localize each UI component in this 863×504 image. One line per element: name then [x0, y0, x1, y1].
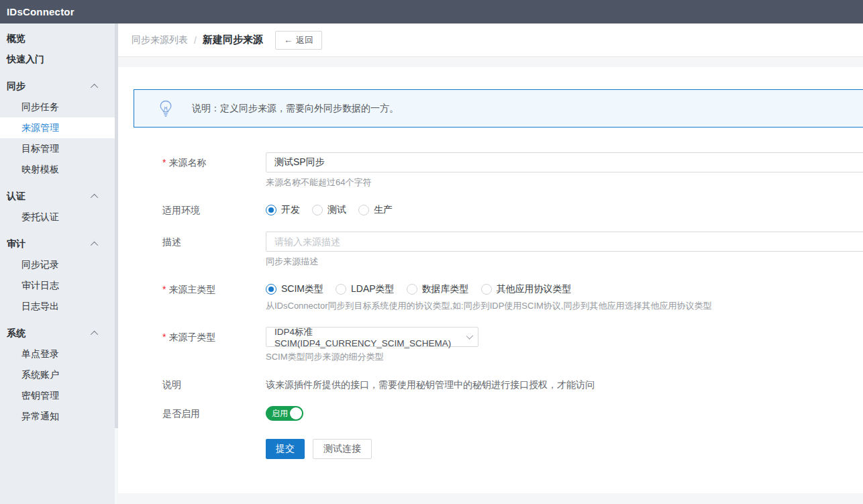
sidebar-item-source-management[interactable]: 来源管理 [0, 117, 118, 138]
form-row-sub-type: *来源子类型 IDP4标准SCIM(IDP4_CURRENCY_SCIM_SCH… [132, 327, 863, 363]
radio-selected-icon [266, 205, 276, 215]
radio-unselected-icon [312, 205, 323, 215]
toggle-knob [290, 407, 302, 419]
form-row-source-name: *来源名称 来源名称不能超过64个字符 [132, 152, 863, 189]
environment-radio-group: 开发 测试 生产 [266, 203, 863, 217]
form-row-enabled: 是否启用 启用 [132, 406, 863, 421]
breadcrumb-separator: / [194, 35, 197, 46]
form-row-actions: 提交 测试连接 [132, 438, 863, 459]
sidebar-group-system[interactable]: 系统 [0, 323, 118, 344]
source-name-label: *来源名称 [132, 152, 266, 172]
sidebar-item-key-management[interactable]: 密钥管理 [0, 385, 118, 406]
radio-env-prod[interactable]: 生产 [358, 204, 393, 216]
radio-unselected-icon [481, 284, 492, 295]
sidebar-group-sync[interactable]: 同步 [0, 76, 118, 97]
main-type-radio-group: SCIM类型 LDAP类型 数据库类型 [266, 283, 863, 296]
description-help: 同步来源描述 [266, 256, 863, 268]
sidebar-item-sync-tasks[interactable]: 同步任务 [0, 97, 118, 117]
sidebar-item-overview[interactable]: 概览 [0, 28, 118, 49]
sidebar-item-sync-records[interactable]: 同步记录 [0, 254, 118, 275]
enabled-toggle[interactable]: 启用 [266, 406, 303, 421]
app-window: IDsConnector 概览 快速入门 同步 同步任务 来源管理 目标管理 映… [0, 0, 863, 504]
sidebar-item-exception-notify[interactable]: 异常通知 [0, 406, 118, 427]
chevron-up-icon [91, 193, 98, 201]
note-text: 该来源插件所提供的接口，需要使用秘钥管理中的秘钥进行接口授权，才能访问 [266, 378, 863, 391]
radio-env-test[interactable]: 测试 [312, 204, 346, 216]
content-top-spacer [118, 57, 863, 67]
banner-text: 说明：定义同步来源，需要向外同步数据的一方。 [192, 103, 399, 115]
sidebar-group-audit[interactable]: 审计 [0, 234, 118, 254]
chevron-down-icon [466, 332, 473, 340]
top-bar: IDsConnector [0, 0, 863, 23]
submit-button[interactable]: 提交 [266, 439, 305, 459]
radio-selected-icon [266, 284, 276, 295]
sidebar-item-system-accounts[interactable]: 系统账户 [0, 364, 118, 385]
enabled-label: 是否启用 [132, 406, 266, 421]
new-source-form: *来源名称 来源名称不能超过64个字符 适用环境 [118, 152, 863, 459]
breadcrumb: 同步来源列表 / 新建同步来源 ← 返回 [118, 23, 863, 57]
back-arrow-icon: ← [284, 35, 293, 45]
chevron-up-icon [91, 241, 98, 248]
main-type-label: *来源主类型 [132, 283, 266, 296]
main-type-help: 从IDsConnector同步到目标系统使用的协议类型,如:同步到IDP使用SC… [266, 300, 863, 312]
required-asterisk: * [162, 157, 166, 168]
radio-type-other[interactable]: 其他应用协议类型 [481, 283, 572, 295]
radio-type-ldap[interactable]: LDAP类型 [336, 283, 395, 295]
source-name-help: 来源名称不能超过64个字符 [266, 177, 863, 189]
description-input[interactable] [266, 232, 863, 252]
breadcrumb-parent-link[interactable]: 同步来源列表 [132, 34, 188, 46]
radio-env-dev[interactable]: 开发 [266, 204, 300, 216]
note-label: 说明 [132, 378, 266, 391]
environment-label: 适用环境 [132, 203, 266, 217]
source-name-input[interactable] [266, 152, 863, 172]
main-area: 同步来源列表 / 新建同步来源 ← 返回 说明：定义同步来源，需要 [118, 23, 863, 504]
form-row-environment: 适用环境 开发 测试 [132, 203, 863, 217]
sidebar-item-quickstart[interactable]: 快速入门 [0, 49, 118, 70]
radio-type-database[interactable]: 数据库类型 [407, 283, 469, 295]
lightbulb-icon [158, 99, 173, 117]
sidebar-group-auth[interactable]: 认证 [0, 186, 118, 207]
chevron-up-icon [91, 83, 98, 91]
form-row-main-type: *来源主类型 SCIM类型 LDAP类型 [132, 283, 863, 312]
test-connection-button[interactable]: 测试连接 [313, 439, 372, 459]
sidebar-item-target-management[interactable]: 目标管理 [0, 138, 118, 159]
radio-unselected-icon [358, 205, 369, 215]
radio-unselected-icon [407, 284, 417, 295]
form-row-description: 描述 同步来源描述 [132, 232, 863, 268]
app-logo: IDsConnector [7, 6, 74, 17]
sub-type-selected-value: IDP4标准SCIM(IDP4_CURRENCY_SCIM_SCHEMA) [274, 326, 466, 348]
radio-type-scim[interactable]: SCIM类型 [266, 283, 323, 295]
sidebar-item-sso[interactable]: 单点登录 [0, 344, 118, 364]
radio-unselected-icon [336, 284, 346, 295]
back-button[interactable]: ← 返回 [275, 31, 322, 50]
sidebar: 概览 快速入门 同步 同步任务 来源管理 目标管理 映射模板 认证 委托认证 审… [0, 23, 118, 504]
sidebar-item-audit-logs[interactable]: 审计日志 [0, 275, 118, 296]
content-bottom-spacer [118, 493, 863, 504]
sidebar-item-mapping-templates[interactable]: 映射模板 [0, 159, 118, 180]
sidebar-item-delegated-auth[interactable]: 委托认证 [0, 207, 118, 228]
sub-type-help: SCIM类型同步来源的细分类型 [266, 351, 863, 363]
form-row-note: 说明 该来源插件所提供的接口，需要使用秘钥管理中的秘钥进行接口授权，才能访问 [132, 378, 863, 391]
required-asterisk: * [162, 332, 166, 342]
chevron-up-icon [91, 330, 98, 338]
sub-type-label: *来源子类型 [132, 327, 266, 347]
description-label: 描述 [132, 232, 266, 252]
page-title: 新建同步来源 [203, 34, 263, 46]
sidebar-item-log-export[interactable]: 日志导出 [0, 296, 118, 317]
required-asterisk: * [162, 284, 166, 295]
sub-type-select[interactable]: IDP4标准SCIM(IDP4_CURRENCY_SCIM_SCHEMA) [266, 327, 478, 347]
info-banner: 说明：定义同步来源，需要向外同步数据的一方。 [134, 89, 863, 128]
content-panel: 说明：定义同步来源，需要向外同步数据的一方。 *来源名称 来源名称不能超过64个… [118, 67, 863, 493]
